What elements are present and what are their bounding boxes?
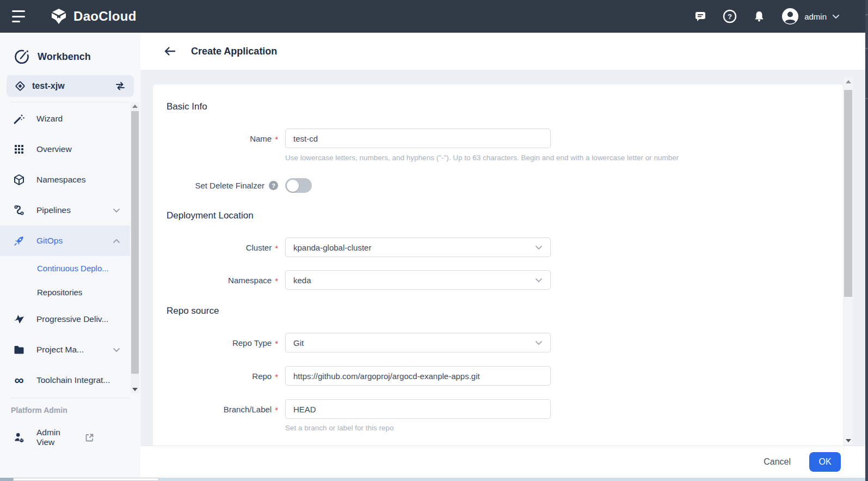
repo-field-row: Repo * bbox=[153, 366, 843, 386]
cluster-label: Cluster bbox=[246, 243, 272, 252]
window-bottom-scrollbar[interactable] bbox=[0, 478, 868, 481]
sidebar-item-pipelines[interactable]: Pipelines bbox=[0, 195, 130, 226]
sidebar-item-label: Progressive Deliv... bbox=[36, 314, 130, 324]
namespace-field-row: Namespace * keda bbox=[153, 270, 843, 290]
sidebar-item-project-management[interactable]: Project Ma... bbox=[0, 334, 130, 365]
messages-icon[interactable] bbox=[693, 9, 707, 23]
cancel-button[interactable]: Cancel bbox=[764, 457, 791, 467]
help-tooltip-icon[interactable]: ? bbox=[269, 181, 278, 190]
platform-admin-section-label: Platform Admin bbox=[11, 406, 140, 415]
sidebar-item-label: Overview bbox=[36, 144, 130, 154]
sidebar: Workbench test-xjw bbox=[0, 33, 140, 478]
horizontal-scroll-thumb[interactable] bbox=[13, 478, 159, 481]
avatar bbox=[781, 8, 799, 25]
content-scrollbar[interactable] bbox=[844, 78, 853, 445]
sidebar-item-label: Toolchain Integrat... bbox=[36, 375, 130, 385]
required-asterisk: * bbox=[275, 135, 278, 144]
sidebar-item-label: Project Ma... bbox=[36, 345, 101, 355]
sidebar-scroll-thumb[interactable] bbox=[131, 111, 139, 374]
required-asterisk: * bbox=[275, 339, 278, 348]
repo-label: Repo bbox=[252, 372, 272, 381]
repo-input[interactable] bbox=[285, 366, 551, 386]
chevron-down-icon bbox=[832, 14, 840, 19]
brand-name: DaoCloud bbox=[73, 9, 137, 24]
chevron-down-icon bbox=[535, 245, 543, 250]
external-link-icon bbox=[85, 433, 94, 442]
content-scroll-thumb[interactable] bbox=[844, 90, 852, 297]
name-field-row: Name * bbox=[153, 129, 843, 148]
repo-type-select[interactable]: Git bbox=[285, 333, 551, 352]
product-header: Workbench bbox=[0, 33, 140, 65]
branch-hint: Set a branch or label for this repo bbox=[285, 424, 843, 432]
ok-button[interactable]: OK bbox=[809, 452, 841, 472]
repo-type-label: Repo Type bbox=[232, 338, 272, 348]
section-title-deployment-location: Deployment Location bbox=[167, 210, 843, 221]
name-hint: Use lowercase letters, numbers, and hyph… bbox=[285, 154, 843, 162]
chevron-down-icon bbox=[535, 278, 543, 283]
branch-input[interactable] bbox=[285, 399, 551, 419]
required-asterisk: * bbox=[275, 405, 278, 415]
sidebar-divider bbox=[11, 398, 130, 398]
sidebar-item-label: Wizard bbox=[36, 114, 130, 124]
workspace-selector[interactable]: test-xjw bbox=[7, 75, 134, 97]
scroll-up-icon[interactable] bbox=[132, 105, 138, 108]
sidebar-item-progressive-delivery[interactable]: Progressive Deliv... bbox=[0, 304, 130, 334]
scroll-up-icon[interactable] bbox=[846, 80, 851, 83]
sidebar-item-label: Admin View bbox=[36, 428, 73, 447]
cluster-field-row: Cluster * kpanda-global-cluster bbox=[153, 238, 843, 257]
main-area: Create Application Basic Info Name * Use… bbox=[140, 33, 868, 478]
sidebar-subitem-repositories[interactable]: Repositories bbox=[0, 280, 130, 304]
repo-type-field-row: Repo Type * Git bbox=[153, 333, 843, 352]
window-right-scrollbar[interactable] bbox=[865, 0, 868, 481]
user-name: admin bbox=[804, 12, 827, 21]
daocloud-cube-icon bbox=[49, 7, 69, 26]
switch-workspace-icon[interactable] bbox=[114, 80, 126, 92]
sidebar-item-namespaces[interactable]: Namespaces bbox=[0, 165, 130, 195]
help-icon[interactable]: ? bbox=[723, 9, 737, 23]
sidebar-item-label: Namespaces bbox=[36, 175, 130, 185]
workbench-icon bbox=[13, 48, 30, 65]
chevron-down-icon bbox=[113, 208, 120, 213]
user-menu[interactable]: admin bbox=[781, 8, 840, 25]
folder-icon bbox=[13, 344, 25, 356]
sidebar-menu: Wizard Overview bbox=[0, 102, 140, 395]
page-header: Create Application bbox=[140, 33, 868, 70]
chevron-down-icon bbox=[535, 340, 543, 345]
sidebar-item-label: Pipelines bbox=[36, 205, 101, 215]
content-region: Basic Info Name * Use lowercase letters,… bbox=[140, 70, 868, 446]
namespace-label: Namespace bbox=[228, 276, 272, 285]
namespace-select[interactable]: keda bbox=[285, 270, 551, 290]
required-asterisk: * bbox=[275, 243, 278, 253]
product-title: Workbench bbox=[38, 51, 91, 63]
chevron-down-icon bbox=[113, 348, 120, 352]
sidebar-item-label: GitOps bbox=[36, 236, 101, 246]
sidebar-item-overview[interactable]: Overview bbox=[0, 134, 130, 165]
svg-text:?: ? bbox=[728, 13, 732, 21]
name-input[interactable] bbox=[285, 129, 551, 148]
branch-label: Branch/Label bbox=[224, 405, 272, 414]
back-arrow-icon[interactable] bbox=[163, 46, 176, 57]
scroll-down-icon[interactable] bbox=[132, 388, 138, 391]
form-card: Basic Info Name * Use lowercase letters,… bbox=[153, 84, 843, 446]
required-asterisk: * bbox=[275, 276, 278, 285]
admin-user-icon bbox=[13, 431, 25, 443]
cluster-value: kpanda-global-cluster bbox=[293, 243, 535, 252]
menu-hamburger-icon[interactable] bbox=[12, 10, 27, 22]
infinity-icon: ∞ bbox=[13, 374, 25, 386]
chevron-up-icon bbox=[113, 239, 120, 243]
sidebar-item-admin-view[interactable]: Admin View bbox=[0, 422, 130, 453]
finalizer-toggle[interactable] bbox=[285, 178, 312, 193]
notifications-bell-icon[interactable] bbox=[752, 9, 766, 23]
brand-logo[interactable]: DaoCloud bbox=[49, 7, 137, 26]
sidebar-item-wizard[interactable]: Wizard bbox=[0, 103, 130, 134]
sidebar-item-gitops[interactable]: GitOps bbox=[0, 226, 130, 256]
branch-field-row: Branch/Label * bbox=[153, 399, 843, 419]
sidebar-item-toolchain-integration[interactable]: ∞ Toolchain Integrat... bbox=[0, 365, 130, 395]
sidebar-subitem-label: Continuous Deplo... bbox=[37, 264, 109, 273]
topbar: DaoCloud ? bbox=[0, 0, 868, 33]
sidebar-scrollbar[interactable] bbox=[131, 102, 139, 393]
cluster-select[interactable]: kpanda-global-cluster bbox=[285, 238, 551, 257]
sidebar-subitem-continuous-deployment[interactable]: Continuous Deplo... bbox=[0, 256, 130, 280]
cube-icon bbox=[13, 174, 25, 186]
scroll-down-icon[interactable] bbox=[846, 439, 851, 442]
